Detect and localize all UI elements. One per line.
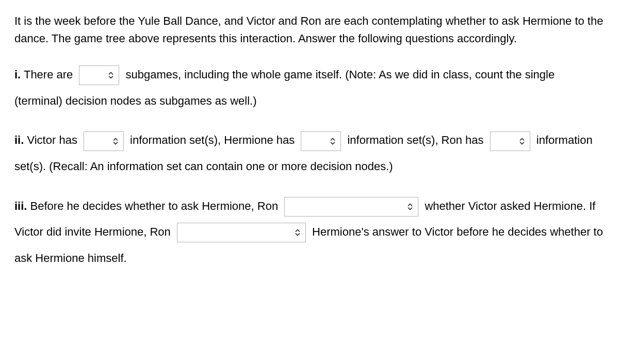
- question-1: i. There are subgames, including the who…: [14, 62, 605, 114]
- q1-text-before: There are: [21, 68, 76, 81]
- q3-label: iii.: [14, 200, 27, 212]
- q3-answer-dropdown[interactable]: [177, 223, 306, 242]
- updown-icon: [330, 138, 335, 144]
- question-2: ii. Victor has information set(s), Hermi…: [14, 127, 605, 179]
- q2-ron-dropdown[interactable]: [490, 131, 530, 151]
- updown-icon: [519, 138, 525, 144]
- q1-label: i.: [14, 68, 21, 81]
- updown-icon: [113, 138, 118, 144]
- intro-text: It is the week before the Yule Ball Danc…: [14, 12, 605, 47]
- question-3: iii. Before he decides whether to ask He…: [14, 193, 605, 272]
- updown-icon: [108, 72, 113, 79]
- q3-knows-dropdown[interactable]: [284, 197, 418, 217]
- q2-hermione-dropdown[interactable]: [301, 131, 341, 151]
- q2-text2: information set(s), Hermione has: [127, 134, 298, 146]
- q2-text1: Victor has: [24, 134, 80, 146]
- q2-label: ii.: [14, 134, 24, 146]
- q3-text1: Before he decides whether to ask Hermion…: [27, 200, 281, 212]
- q1-subgames-dropdown[interactable]: [79, 65, 119, 85]
- updown-icon: [408, 203, 413, 210]
- q2-victor-dropdown[interactable]: [84, 131, 124, 151]
- updown-icon: [295, 229, 300, 236]
- q2-text3: information set(s), Ron has: [344, 134, 486, 146]
